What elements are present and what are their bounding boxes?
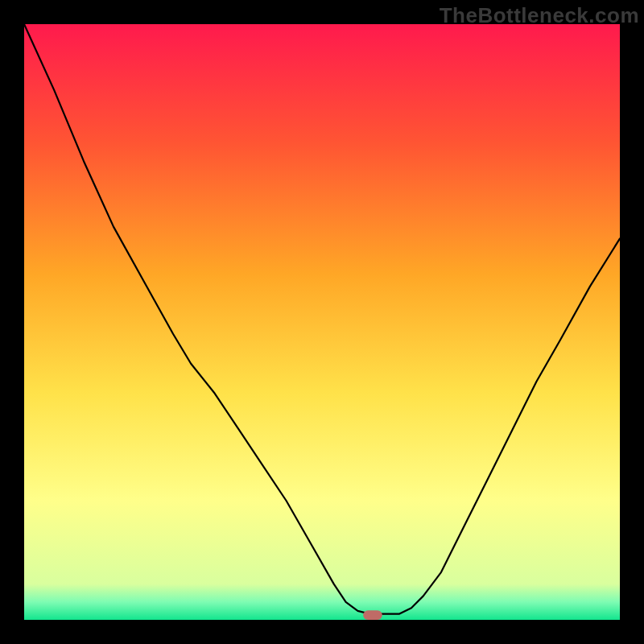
watermark-text: TheBottleneck.com [440, 3, 639, 28]
gradient-background [24, 24, 620, 620]
optimal-marker [363, 610, 382, 620]
plot-frame [24, 24, 620, 620]
chart-container: TheBottleneck.com [0, 0, 644, 644]
plot-svg [24, 24, 620, 620]
